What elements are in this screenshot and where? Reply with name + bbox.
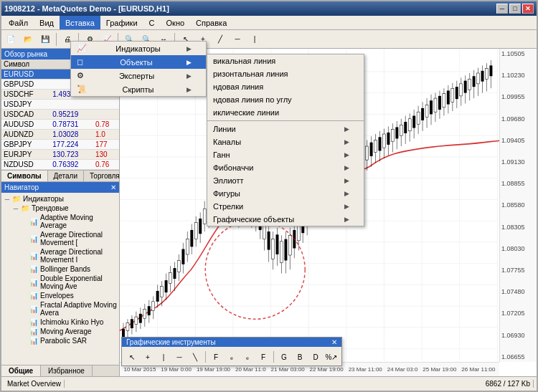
submenu-arrows[interactable]: Стрелки ▶ <box>207 200 364 213</box>
menu-bar: Файл Вид Вставка Графики С Окно Справка <box>1 16 537 30</box>
submenu-vline[interactable]: викальная линия <box>207 54 364 67</box>
drawing-tool-btn-1[interactable]: + <box>141 350 155 364</box>
svg-rect-33 <box>139 314 142 323</box>
drawing-tool-btn-9[interactable]: G <box>277 350 291 364</box>
nav-tree-item[interactable]: 📊 Envelopes <box>3 291 118 300</box>
svg-rect-175 <box>443 94 445 107</box>
market-row[interactable]: NZDUSD 0.76392 0.76 <box>1 160 119 170</box>
indicators-arrow: ▶ <box>187 45 192 52</box>
price-level: 1.08855 <box>501 180 535 187</box>
submenu-gann[interactable]: Ганн ▶ <box>207 148 364 161</box>
toolbar-period[interactable]: | <box>247 32 263 47</box>
drawing-tool-btn-8[interactable]: F <box>256 350 270 364</box>
close-button[interactable]: ✕ <box>522 4 534 14</box>
channels-arrow: ▶ <box>344 138 349 145</box>
nav-tree-item[interactable]: ─ 📁 Трендовые <box>3 204 118 213</box>
toolbar-save[interactable]: 💾 <box>37 32 53 47</box>
tree-item-icon: 📁 <box>11 195 22 203</box>
navigator-close[interactable]: ✕ <box>110 183 116 191</box>
market-row[interactable]: USDJPY <box>1 100 119 110</box>
nav-tree-item[interactable]: 📊 Bollinger Bands <box>3 264 118 274</box>
nav-tree-item[interactable]: 📊 Parabolic SAR <box>3 336 118 345</box>
drawing-tool-btn-4[interactable]: ╲ <box>188 350 202 364</box>
drawing-tool-btn-3[interactable]: ─ <box>172 350 187 364</box>
time-label: 22 Mar 19:00 <box>310 366 344 373</box>
submenu-shapes[interactable]: Фигуры ▶ <box>207 187 364 200</box>
nav-tree-item[interactable]: 📊 Fractal Adaptive Moving Avera <box>3 300 118 317</box>
svg-rect-187 <box>468 80 471 90</box>
drawing-tool-btn-7[interactable]: ₑ <box>240 350 255 364</box>
menu-scripts[interactable]: 📜 Скрипты ▶ <box>71 82 206 96</box>
nav-tab-favorites[interactable]: Избранное <box>41 365 93 376</box>
price-level: 1.10505 <box>501 50 535 57</box>
toolbar-open[interactable]: 📂 <box>20 32 36 47</box>
ask-cell: 130 <box>93 150 119 160</box>
drawing-tool-btn-5[interactable]: F <box>209 350 223 364</box>
menu-file[interactable]: Файл <box>3 16 34 29</box>
status-market[interactable]: Market Overview <box>4 380 65 388</box>
time-label: 20 Mar 11:0 <box>235 366 266 373</box>
toolbar-new[interactable]: 📄 <box>3 32 19 47</box>
svg-rect-55 <box>186 239 189 254</box>
svg-rect-157 <box>404 122 407 133</box>
toolbar-hline[interactable]: ─ <box>230 32 245 47</box>
submenu-channels[interactable]: Каналы ▶ <box>207 135 364 148</box>
drawing-tool-btn-10[interactable]: B <box>293 350 307 364</box>
nav-tree-item[interactable]: 📊 Average Directional Movement I <box>3 247 118 264</box>
drawing-toolbar-close-icon[interactable]: ✕ <box>331 338 337 346</box>
nav-tree-item[interactable]: 📊 Adaptive Moving Average <box>3 213 118 230</box>
drawing-tool-btn-2[interactable]: | <box>156 350 171 364</box>
market-row[interactable]: AUDNZD 1.03028 1.0 <box>1 130 119 140</box>
submenu-tline-angle[interactable]: ндовая линия по углу <box>207 93 364 106</box>
menu-charts[interactable]: Графики <box>100 16 143 29</box>
svg-rect-45 <box>165 280 168 292</box>
svg-rect-53 <box>181 249 184 264</box>
market-row[interactable]: USDCAD 0.95219 <box>1 110 119 120</box>
menu-help[interactable]: Справка <box>190 16 232 29</box>
submenu-fib[interactable]: Фибоначчи ▶ <box>207 161 364 174</box>
price-level: 1.07480 <box>501 288 535 295</box>
tree-item-label: Double Exponential Moving Ave <box>40 274 118 290</box>
nav-tab-general[interactable]: Общие <box>1 365 41 376</box>
svg-rect-143 <box>374 140 377 153</box>
submenu-graphic-objects[interactable]: Графические объекты ▶ <box>207 213 364 226</box>
nav-tree-item[interactable]: 📊 Ichimoku Kinko Hyo <box>3 317 118 327</box>
tab-symbols[interactable]: Символы <box>1 171 48 181</box>
market-row[interactable]: AUDUSD 0.78731 0.78 <box>1 120 119 130</box>
drawing-tool-btn-0[interactable]: ↖ <box>125 350 139 364</box>
fib-label: Фибоначчи <box>213 163 253 172</box>
submenu-hline[interactable]: ризонтальная линия <box>207 67 364 80</box>
svg-rect-159 <box>408 119 411 131</box>
market-row[interactable]: EURJPY 130.723 130 <box>1 150 119 160</box>
menu-experts[interactable]: ⚙ Эксперты ▶ <box>71 69 206 82</box>
toolbar-line[interactable]: ╱ <box>212 32 228 47</box>
svg-rect-145 <box>379 137 382 150</box>
toolbar-sep1 <box>56 33 57 46</box>
minimize-button[interactable]: ─ <box>496 4 508 14</box>
submenu-elliott[interactable]: Эллиотт ▶ <box>207 174 364 187</box>
svg-rect-179 <box>451 88 454 102</box>
objects-icon: ◻ <box>77 57 83 67</box>
nav-tree-item[interactable]: 📊 Double Exponential Moving Ave <box>3 274 118 291</box>
nav-tree-item[interactable]: ─ 📁 Индикаторы <box>3 194 118 204</box>
submenu-tline[interactable]: ндовая линия <box>207 80 364 93</box>
menu-s[interactable]: С <box>143 16 161 29</box>
svg-rect-181 <box>456 87 458 99</box>
menu-insert[interactable]: Вставка <box>60 16 100 29</box>
submenu-cyclines[interactable]: иклические линии <box>207 106 364 119</box>
maximize-button[interactable]: □ <box>509 4 521 14</box>
drawing-tool-btn-11[interactable]: D <box>308 350 323 364</box>
tab-details[interactable]: Детали <box>48 171 84 181</box>
menu-objects[interactable]: ◻ Объекты ▶ <box>71 55 206 69</box>
menu-view[interactable]: Вид <box>34 16 60 29</box>
nav-tree: ─ 📁 Индикаторы ─ 📁 Трендовые 📊 Adaptive … <box>1 193 119 365</box>
market-row[interactable]: GBPJPY 177.224 177 <box>1 140 119 150</box>
nav-tree-item[interactable]: 📊 Moving Average <box>3 327 118 336</box>
drawing-tool-btn-12[interactable]: %↗ <box>324 350 339 364</box>
menu-window[interactable]: Окно <box>161 16 191 29</box>
insert-menu-dropdown[interactable]: 📈 Индикаторы ▶ ◻ Объекты ▶ ⚙ Эксперты ▶ … <box>70 41 207 97</box>
drawing-tool-btn-6[interactable]: ₑ <box>225 350 239 364</box>
nav-tree-item[interactable]: 📊 Average Directional Movement [ <box>3 230 118 247</box>
menu-indicators[interactable]: 📈 Индикаторы ▶ <box>71 42 206 55</box>
submenu-lines[interactable]: Линии ▶ <box>207 123 364 135</box>
